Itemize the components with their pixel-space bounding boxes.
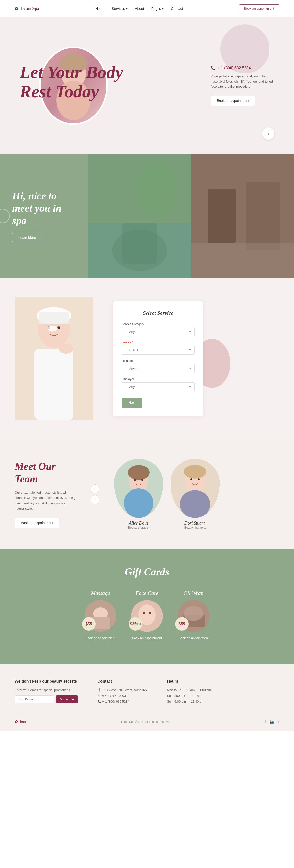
intro-title: Hi, nice to meet you in spa [12,190,76,227]
footer-email-row: Subscribe [15,695,78,704]
nav-about[interactable]: About [135,6,144,11]
gift-card-0: Massage $55 Book an appointment [85,590,116,640]
footer-contact-title: Contact [97,679,147,684]
footer-promo: We don't keep our beauty secrets Enter y… [15,679,78,704]
gift-cards-container: Massage $55 Book an appointment Fac [15,590,279,640]
nav-contact[interactable]: Contact [171,6,183,11]
employee-select[interactable]: — Any — [121,382,195,392]
scroll-down-button[interactable]: ↓ [262,127,274,140]
gift-book-1[interactable]: Book an appointment [131,636,163,640]
gift-img-wrap-1: $35 $80 [131,600,163,632]
svg-rect-17 [191,244,294,278]
team-photo-1 [171,459,219,518]
svg-point-35 [180,490,210,518]
phone-icon: 📞 [211,66,215,70]
team-card-0: Alice Doue Beauty therapist [114,459,163,529]
team-name-0: Alice Doue [114,521,163,526]
footer-logo-icon: ✿ [15,719,18,724]
service-select[interactable]: — Select — [121,346,195,354]
footer-email-input[interactable] [15,695,54,704]
next-arrow[interactable]: → [91,495,99,504]
gift-section: Gift Cards Massage $55 Book an appointme… [0,549,294,664]
next-button[interactable]: Next [121,398,142,407]
svg-rect-15 [246,182,280,250]
gift-badge-0: $55 [82,617,95,631]
gift-card-name-2: Oil Wrap [178,590,209,596]
service-label: Service * [121,341,195,344]
svg-point-29 [124,488,153,518]
hero-section: Let Your Body Rest Today 📞 + 1 (800) 632… [0,17,294,154]
service-form-card: Select Service Service Category — Any — … [113,301,203,416]
form-title: Select Service [121,310,195,316]
gift-card-name-1: Face Care [131,590,163,596]
footer-phone: 📞 + 1 (800) 632 5234 [97,699,147,704]
footer-logo-text: lotus [20,720,27,724]
learn-more-button[interactable]: Learn More [12,233,42,242]
facebook-icon[interactable]: f [265,719,266,724]
team-role-0: Beauty therapist [114,526,163,529]
svg-rect-21 [39,312,68,324]
gift-card-1: Face Care $35 $80 Book an appointment [131,590,163,640]
prev-arrow[interactable]: ← [91,485,99,493]
footer: We don't keep our beauty secrets Enter y… [0,664,294,731]
category-group: Service Category — Any — [121,322,195,336]
location-icon: 📍 [97,688,102,692]
hero-book-button[interactable]: Book an appointment [211,95,255,106]
category-select[interactable]: — Any — [121,327,195,336]
gift-title: Gift Cards [15,566,279,578]
footer-hours-2: Sun: 9:00 am — 11:30 pm [167,699,211,704]
svg-point-44 [143,612,145,614]
intro-image-1 [88,154,191,278]
social-icons: f 📷 t [265,719,279,724]
team-description: Our crazy-talented master stylists will … [15,490,76,512]
instagram-icon[interactable]: 📷 [270,719,275,724]
nav-services[interactable]: Services ▾ [112,6,128,11]
logo-text: Lotus Spa [20,6,39,11]
team-name-1: Dori Stuart. [171,521,219,526]
team-card-1: Dori Stuart. Beauty therapist [171,459,219,529]
location-select[interactable]: — Any — [121,364,195,373]
nav-home[interactable]: Home [95,6,105,11]
svg-rect-14 [208,189,236,244]
logo-icon: ✿ [15,6,18,11]
gift-book-0[interactable]: Book an appointment [85,636,116,640]
nav-book-button[interactable]: Book an appointment [239,4,279,12]
footer-subscribe-button[interactable]: Subscribe [56,695,78,704]
twitter-icon[interactable]: t [278,719,279,724]
footer-hours: Hours Mon to Fri: 7:30 am — 1:00 am Sat:… [167,679,211,704]
svg-rect-10 [88,223,191,278]
footer-top: We don't keep our beauty secrets Enter y… [15,679,279,704]
hero-description: Younger face, elongated oval, smoothing … [211,74,279,89]
hero-left: Let Your Body Rest Today [20,63,127,109]
intro-section: Hi, nice to meet you in spa Learn More [0,154,294,278]
spa-woman-image [15,297,93,420]
gift-badge-1: $35 $80 [129,617,142,631]
employee-label: Employee [121,377,195,381]
gift-book-2[interactable]: Book an appointment [178,636,209,640]
svg-point-26 [48,326,58,332]
service-group: Service * — Select — [121,341,195,354]
hero-title: Let Your Body Rest Today [20,63,127,101]
category-label: Service Category [121,322,195,326]
footer-hours-1: Sat: 9:00 am — 1:00 am [167,693,211,699]
svg-point-32 [128,465,150,480]
team-book-button[interactable]: Book an appointment [15,518,59,528]
footer-hours-0: Mon to Fri: 7:30 am — 1:00 am [167,687,211,693]
team-title: Meet Our Team [15,460,76,485]
svg-point-23 [57,327,60,330]
footer-hours-title: Hours [167,679,211,684]
team-info: Meet Our Team Our crazy-talented master … [15,460,76,528]
svg-rect-24 [34,349,74,420]
intro-image-2 [191,154,294,278]
team-cards: Alice Doue Beauty therapist Dori [114,459,219,529]
team-section: Meet Our Team Our crazy-talented master … [0,439,294,549]
svg-point-9 [136,161,177,216]
gift-card-2: Oil Wrap $55 Book an appointment [178,590,209,640]
nav-pages[interactable]: Pages ▾ [151,6,164,11]
footer-contact: Contact 📍 118 West 27th Street, Suite 32… [97,679,147,704]
employee-group: Employee — Any — [121,377,195,392]
footer-address: 📍 118 West 27th Street, Suite 327New Yor… [97,687,147,699]
footer-promo-desc: Enter your email for special promotions. [15,687,78,693]
nav-links: Home Services ▾ About Pages ▾ Contact [95,6,183,11]
gift-card-name-0: Massage [85,590,116,596]
